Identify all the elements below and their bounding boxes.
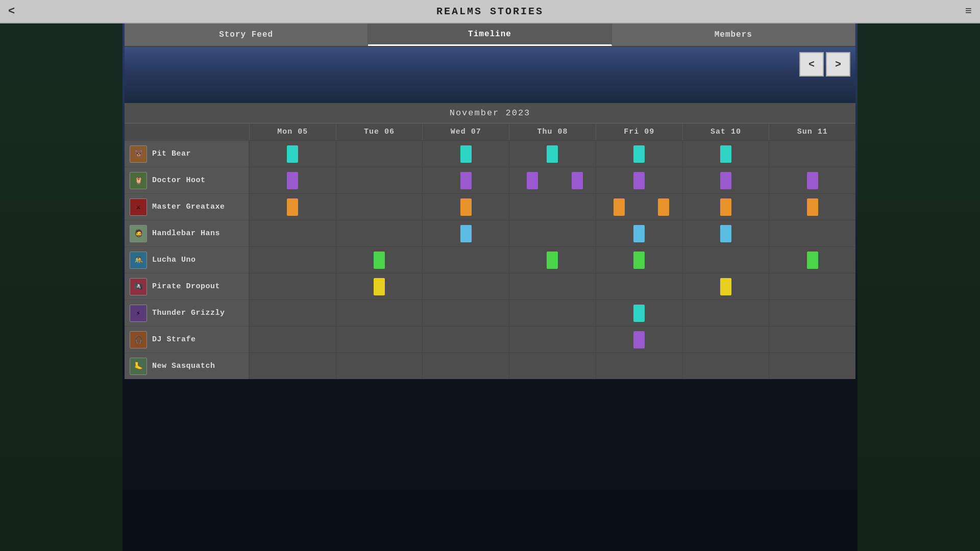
day-cell-6-2[interactable] bbox=[422, 299, 509, 326]
player-cell-4: 🤼Lucha Uno bbox=[125, 246, 249, 273]
day-cell-7-2[interactable] bbox=[422, 326, 509, 353]
day-cell-6-6[interactable] bbox=[769, 299, 855, 326]
day-cell-5-6[interactable] bbox=[769, 273, 855, 299]
day-cell-1-3[interactable] bbox=[509, 167, 596, 193]
day-cell-2-5[interactable] bbox=[682, 193, 769, 220]
day-cell-2-2[interactable] bbox=[422, 193, 509, 220]
day-cell-6-3[interactable] bbox=[509, 299, 596, 326]
day-cell-8-3[interactable] bbox=[509, 353, 596, 379]
day-cell-8-2[interactable] bbox=[422, 353, 509, 379]
player-name-7: DJ Strafe bbox=[152, 335, 196, 344]
day-cell-5-3[interactable] bbox=[509, 273, 596, 299]
day-cell-1-4[interactable] bbox=[596, 167, 682, 193]
day-cell-6-5[interactable] bbox=[682, 299, 769, 326]
day-header-1: Tue 06 bbox=[336, 123, 423, 140]
day-cell-2-4[interactable] bbox=[596, 193, 682, 220]
activity-block bbox=[807, 252, 818, 269]
player-avatar-4: 🤼 bbox=[130, 252, 147, 269]
activity-block bbox=[633, 305, 645, 322]
tab-bar: Story Feed Timeline Members bbox=[125, 23, 855, 47]
day-cell-1-0[interactable] bbox=[249, 167, 336, 193]
day-cell-5-0[interactable] bbox=[249, 273, 336, 299]
player-name-2: Master Greataxe bbox=[152, 203, 225, 211]
day-header-3: Thu 08 bbox=[509, 123, 596, 140]
day-cell-3-0[interactable] bbox=[249, 220, 336, 246]
activity-block bbox=[720, 172, 731, 189]
day-cell-5-4[interactable] bbox=[596, 273, 682, 299]
next-button[interactable]: > bbox=[826, 52, 850, 77]
menu-button[interactable]: ≡ bbox=[965, 5, 972, 18]
calendar: November 2023 Mon 05Tue 06Wed 07Thu 08Fr… bbox=[125, 103, 855, 379]
day-cell-0-6[interactable] bbox=[769, 140, 855, 167]
scene-background: < > bbox=[125, 47, 855, 103]
activity-block bbox=[720, 145, 731, 163]
day-cell-1-1[interactable] bbox=[336, 167, 423, 193]
activity-block bbox=[460, 198, 472, 216]
day-cell-7-0[interactable] bbox=[249, 326, 336, 353]
activity-block bbox=[572, 172, 583, 189]
day-cell-7-5[interactable] bbox=[682, 326, 769, 353]
day-cell-2-6[interactable] bbox=[769, 193, 855, 220]
activity-block bbox=[460, 145, 472, 163]
day-cell-3-3[interactable] bbox=[509, 220, 596, 246]
day-cell-4-4[interactable] bbox=[596, 246, 682, 273]
player-avatar-8: 🦶 bbox=[130, 358, 147, 375]
day-cell-0-1[interactable] bbox=[336, 140, 423, 167]
day-cell-7-1[interactable] bbox=[336, 326, 423, 353]
day-cell-3-6[interactable] bbox=[769, 220, 855, 246]
activity-block bbox=[633, 331, 645, 348]
player-name-5: Pirate Dropout bbox=[152, 282, 220, 291]
day-cell-5-5[interactable] bbox=[682, 273, 769, 299]
day-cell-4-5[interactable] bbox=[682, 246, 769, 273]
player-name-6: Thunder Grizzly bbox=[152, 309, 225, 317]
day-cell-8-0[interactable] bbox=[249, 353, 336, 379]
day-cell-0-0[interactable] bbox=[249, 140, 336, 167]
day-cell-1-5[interactable] bbox=[682, 167, 769, 193]
tab-members[interactable]: Members bbox=[612, 23, 855, 46]
day-cell-2-0[interactable] bbox=[249, 193, 336, 220]
tab-story-feed[interactable]: Story Feed bbox=[125, 23, 368, 46]
day-cell-8-1[interactable] bbox=[336, 353, 423, 379]
day-cell-0-4[interactable] bbox=[596, 140, 682, 167]
day-cell-3-2[interactable] bbox=[422, 220, 509, 246]
player-name-3: Handlebar Hans bbox=[152, 229, 220, 238]
activity-block bbox=[527, 172, 538, 189]
player-avatar-3: 🧔 bbox=[130, 225, 147, 242]
day-cell-4-2[interactable] bbox=[422, 246, 509, 273]
day-cell-6-0[interactable] bbox=[249, 299, 336, 326]
day-cell-3-4[interactable] bbox=[596, 220, 682, 246]
day-cell-7-6[interactable] bbox=[769, 326, 855, 353]
day-cell-3-5[interactable] bbox=[682, 220, 769, 246]
day-cell-1-6[interactable] bbox=[769, 167, 855, 193]
day-cell-0-2[interactable] bbox=[422, 140, 509, 167]
day-cell-7-4[interactable] bbox=[596, 326, 682, 353]
prev-button[interactable]: < bbox=[799, 52, 824, 77]
day-cell-2-1[interactable] bbox=[336, 193, 423, 220]
day-cell-0-3[interactable] bbox=[509, 140, 596, 167]
day-cell-8-4[interactable] bbox=[596, 353, 682, 379]
day-cell-5-2[interactable] bbox=[422, 273, 509, 299]
day-header-5: Sat 10 bbox=[682, 123, 769, 140]
day-cell-8-5[interactable] bbox=[682, 353, 769, 379]
day-cell-4-3[interactable] bbox=[509, 246, 596, 273]
activity-block bbox=[287, 145, 298, 163]
day-cell-7-3[interactable] bbox=[509, 326, 596, 353]
day-cell-6-4[interactable] bbox=[596, 299, 682, 326]
day-cell-3-1[interactable] bbox=[336, 220, 423, 246]
tab-timeline[interactable]: Timeline bbox=[368, 23, 611, 46]
back-button[interactable]: < bbox=[8, 5, 15, 18]
day-cell-0-5[interactable] bbox=[682, 140, 769, 167]
player-name-4: Lucha Uno bbox=[152, 256, 196, 264]
day-cell-8-6[interactable] bbox=[769, 353, 855, 379]
player-name-8: New Sasquatch bbox=[152, 362, 215, 370]
day-cell-5-1[interactable] bbox=[336, 273, 423, 299]
day-cell-4-6[interactable] bbox=[769, 246, 855, 273]
player-cell-0: 🐻Pit Bear bbox=[125, 140, 249, 167]
activity-block bbox=[720, 198, 731, 216]
player-name-1: Doctor Hoot bbox=[152, 176, 206, 185]
day-cell-1-2[interactable] bbox=[422, 167, 509, 193]
day-cell-4-1[interactable] bbox=[336, 246, 423, 273]
day-cell-2-3[interactable] bbox=[509, 193, 596, 220]
day-cell-6-1[interactable] bbox=[336, 299, 423, 326]
day-cell-4-0[interactable] bbox=[249, 246, 336, 273]
